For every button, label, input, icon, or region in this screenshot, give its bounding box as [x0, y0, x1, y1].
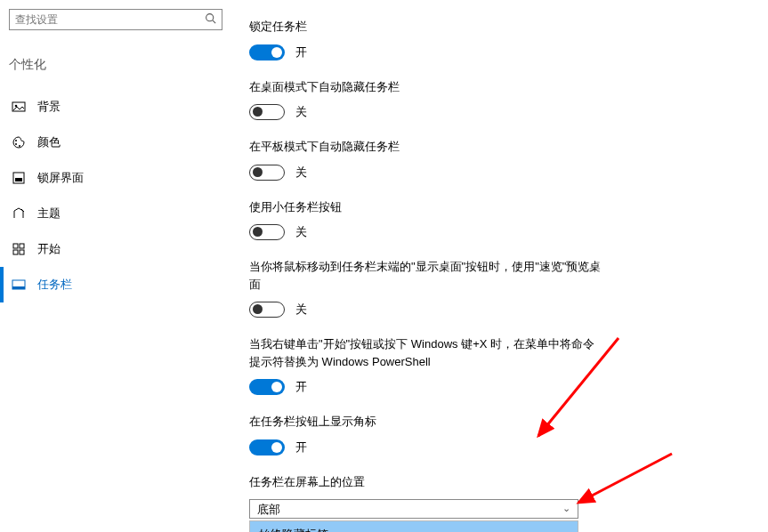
toggle-autohide-desktop[interactable] [249, 104, 285, 120]
toggle-small-buttons[interactable] [249, 224, 285, 240]
content-panel: 锁定任务栏 开 在桌面模式下自动隐藏任务栏 关 在平板模式下自动隐藏任务栏 关 … [249, 18, 605, 532]
setting-position: 任务栏在屏幕上的位置 底部 ⌄ 始终隐藏标签 任务栏已满时 从不 [249, 473, 605, 533]
setting-label: 在桌面模式下自动隐藏任务栏 [249, 78, 605, 96]
svg-rect-10 [20, 244, 24, 248]
setting-lock-taskbar: 锁定任务栏 开 [249, 18, 605, 60]
toggle-peek[interactable] [249, 302, 285, 318]
toggle-state: 开 [295, 44, 307, 60]
setting-peek: 当你将鼠标移动到任务栏末端的"显示桌面"按钮时，使用"速览"预览桌面 关 [249, 258, 605, 318]
theme-icon [11, 206, 27, 222]
toggle-state: 关 [295, 224, 307, 240]
nav-themes[interactable]: 主题 [9, 196, 222, 231]
setting-autohide-tablet: 在平板模式下自动隐藏任务栏 关 [249, 138, 605, 181]
toggle-badges[interactable] [249, 439, 285, 455]
nav-list: 背景 颜色 锁屏界面 主题 开始 [9, 89, 222, 302]
setting-label: 使用小任务栏按钮 [249, 198, 605, 216]
toggle-state: 关 [295, 165, 307, 181]
toggle-state: 关 [295, 302, 307, 318]
nav-start[interactable]: 开始 [9, 231, 222, 267]
svg-point-4 [15, 140, 17, 141]
setting-label: 任务栏在屏幕上的位置 [249, 473, 605, 491]
setting-powershell: 当我右键单击"开始"按钮或按下 Windows 键+X 时，在菜单中将命令提示符… [249, 335, 605, 395]
svg-point-6 [19, 145, 20, 147]
toggle-powershell[interactable] [249, 379, 285, 395]
nav-label: 背景 [37, 99, 61, 115]
svg-rect-12 [20, 250, 24, 254]
search-input[interactable] [10, 10, 197, 29]
setting-autohide-desktop: 在桌面模式下自动隐藏任务栏 关 [249, 78, 605, 121]
dropdown-value: 底部 [257, 503, 280, 516]
chevron-down-icon: ⌄ [562, 503, 570, 514]
svg-rect-11 [13, 250, 18, 254]
setting-label: 锁定任务栏 [249, 18, 605, 36]
search-icon [205, 12, 216, 27]
dropdown-options: 始终隐藏标签 任务栏已满时 从不 [249, 520, 578, 532]
svg-point-5 [15, 143, 17, 145]
toggle-state: 开 [295, 439, 307, 455]
nav-label: 主题 [37, 206, 61, 222]
setting-label: 在任务栏按钮上显示角标 [249, 413, 605, 431]
start-icon [11, 241, 27, 257]
nav-background[interactable]: 背景 [9, 89, 222, 125]
nav-label: 锁屏界面 [37, 170, 84, 186]
nav-label: 任务栏 [37, 277, 72, 293]
toggle-autohide-tablet[interactable] [249, 165, 285, 181]
nav-label: 开始 [37, 241, 61, 257]
setting-label: 当我右键单击"开始"按钮或按下 Windows 键+X 时，在菜单中将命令提示符… [249, 335, 605, 370]
taskbar-icon [11, 277, 27, 293]
setting-small-buttons: 使用小任务栏按钮 关 [249, 198, 605, 241]
toggle-state: 开 [295, 379, 307, 395]
setting-badges: 在任务栏按钮上显示角标 开 [249, 413, 605, 455]
toggle-lock-taskbar[interactable] [249, 44, 285, 60]
nav-lockscreen[interactable]: 锁屏界面 [9, 160, 222, 196]
dropdown-position[interactable]: 底部 ⌄ [249, 499, 578, 519]
svg-point-0 [206, 14, 214, 21]
svg-rect-14 [12, 286, 25, 289]
setting-label: 在平板模式下自动隐藏任务栏 [249, 138, 605, 156]
picture-icon [11, 99, 27, 115]
nav-label: 颜色 [37, 134, 61, 150]
option-always-hide[interactable]: 始终隐藏标签 [250, 521, 578, 532]
toggle-state: 关 [295, 104, 307, 120]
palette-icon [11, 134, 27, 150]
nav-taskbar[interactable]: 任务栏 [9, 267, 222, 302]
sidebar: 个性化 背景 颜色 锁屏界面 主题 [9, 9, 222, 302]
search-box[interactable] [9, 9, 222, 30]
svg-line-1 [213, 20, 215, 23]
setting-label: 当你将鼠标移动到任务栏末端的"显示桌面"按钮时，使用"速览"预览桌面 [249, 258, 605, 293]
svg-rect-8 [15, 178, 22, 181]
section-title: 个性化 [9, 57, 222, 73]
lockscreen-icon [11, 170, 27, 186]
svg-rect-9 [13, 244, 18, 248]
nav-colors[interactable]: 颜色 [9, 125, 222, 160]
